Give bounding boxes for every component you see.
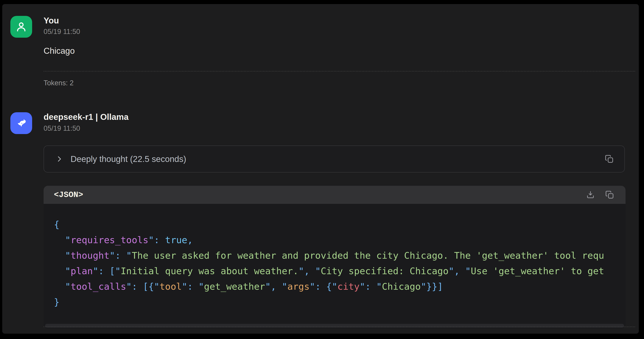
copy-icon (605, 190, 614, 200)
code-content: { "requires_tools": true, "thought": "Th… (44, 204, 626, 310)
assistant-timestamp: 05/19 11:50 (44, 124, 80, 132)
thought-label: Deeply thought (22.5 seconds) (70, 154, 604, 164)
assistant-avatar (10, 112, 32, 134)
code-block-header: <JSON> (44, 186, 626, 204)
download-code-button[interactable] (586, 190, 595, 200)
chat-panel: You 05/19 11:50 Chicago Tokens: 2 deepse… (2, 4, 639, 334)
message-divider (44, 71, 636, 72)
token-count: Tokens: 2 (44, 79, 74, 87)
assistant-sender-name: deepseek-r1 | Ollama (44, 112, 128, 122)
user-avatar (10, 16, 32, 38)
download-icon (586, 190, 595, 200)
chevron-right-icon (56, 155, 63, 163)
user-sender-name: You (44, 16, 59, 26)
copy-icon (604, 154, 614, 164)
thought-toggle[interactable]: Deeply thought (22.5 seconds) (44, 146, 625, 172)
deepseek-whale-icon (15, 117, 28, 130)
code-block: <JSON> { "requires_tools": true, "though… (44, 186, 626, 329)
message-divider (44, 326, 636, 327)
copy-code-button[interactable] (605, 190, 614, 200)
user-message-text: Chicago (44, 46, 75, 56)
person-icon (15, 20, 28, 33)
code-language-label: <JSON> (54, 190, 586, 200)
user-timestamp: 05/19 11:50 (44, 28, 80, 36)
copy-thought-button[interactable] (604, 154, 614, 164)
